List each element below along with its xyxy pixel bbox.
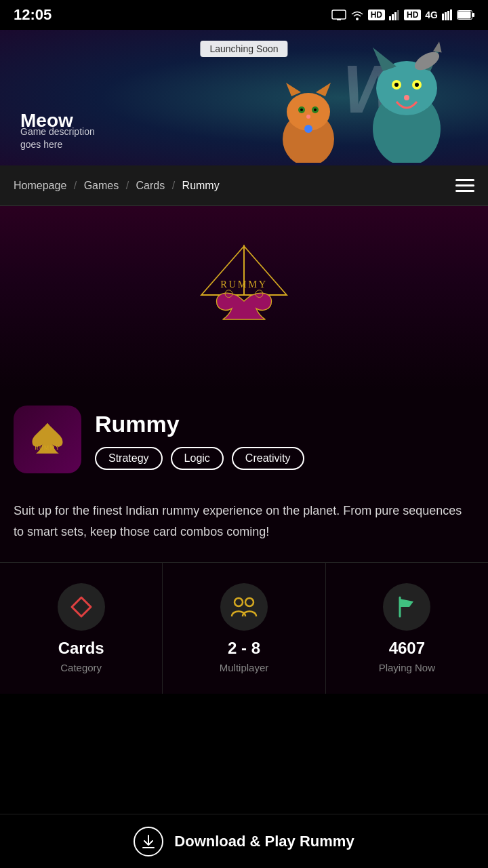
breadcrumb-current: Rummy bbox=[182, 180, 220, 191]
stat-playing-now-value: 4607 bbox=[389, 639, 425, 658]
stat-category-icon bbox=[58, 583, 105, 631]
banner-desc: Game description goes here bbox=[20, 125, 95, 152]
game-description-text: Suit up for the finest Indian rummy expe… bbox=[14, 500, 474, 542]
download-icon bbox=[134, 827, 163, 856]
game-hero: RUMMY bbox=[0, 206, 488, 389]
download-label: Download & Play Rummy bbox=[174, 833, 354, 850]
hamburger-line-3 bbox=[455, 190, 474, 192]
svg-rect-9 bbox=[447, 11, 449, 20]
screen-icon bbox=[331, 9, 346, 20]
stat-multiplayer-value: 2 - 8 bbox=[228, 639, 260, 658]
status-icons: HD HD 4G bbox=[331, 9, 474, 20]
svg-rect-10 bbox=[450, 9, 452, 20]
svg-marker-26 bbox=[373, 47, 396, 71]
svg-point-32 bbox=[404, 95, 409, 100]
flag-icon bbox=[394, 595, 419, 619]
hd-badge-2: HD bbox=[404, 9, 421, 20]
hamburger-line-1 bbox=[455, 179, 474, 181]
svg-point-2 bbox=[356, 18, 359, 20]
signal-strength-icon bbox=[442, 9, 453, 20]
svg-rect-6 bbox=[397, 10, 399, 20]
breadcrumb-cards[interactable]: Cards bbox=[136, 180, 165, 191]
hamburger-menu[interactable] bbox=[455, 179, 474, 192]
game-icon-svg: RUMMY bbox=[27, 419, 68, 460]
spacer bbox=[0, 694, 488, 748]
sep-2: / bbox=[126, 180, 132, 191]
hd-badge-1: HD bbox=[368, 9, 385, 20]
game-title-section: Rummy Strategy Logic Creativity bbox=[95, 406, 474, 470]
game-tags: Strategy Logic Creativity bbox=[95, 447, 474, 470]
svg-point-43 bbox=[245, 598, 253, 606]
sep-1: / bbox=[74, 180, 80, 191]
stat-multiplayer-label: Multiplayer bbox=[220, 662, 269, 673]
game-header: RUMMY Rummy Strategy Logic Creativity bbox=[14, 406, 474, 473]
sep-3: / bbox=[172, 180, 178, 191]
stat-multiplayer-icon bbox=[220, 583, 268, 631]
svg-text:RUMMY: RUMMY bbox=[35, 444, 60, 451]
svg-point-21 bbox=[314, 108, 317, 111]
banner: Launching Soon Meow Game description goe… bbox=[0, 30, 488, 165]
rummy-hero-logo-svg: RUMMY bbox=[183, 240, 305, 362]
stat-category-value: Cards bbox=[58, 639, 104, 658]
svg-marker-17 bbox=[316, 83, 331, 96]
svg-rect-7 bbox=[442, 14, 444, 20]
stat-multiplayer: 2 - 8 Multiplayer bbox=[163, 563, 325, 694]
svg-rect-4 bbox=[392, 14, 394, 20]
breadcrumb: Homepage / Games / Cards / Rummy bbox=[14, 180, 220, 192]
cat-blue bbox=[366, 41, 447, 165]
network-badge: 4G bbox=[425, 9, 438, 20]
svg-rect-13 bbox=[472, 13, 474, 17]
stat-category-label: Category bbox=[60, 662, 102, 673]
svg-rect-3 bbox=[389, 16, 391, 20]
status-bar: 12:05 HD HD 4G bbox=[0, 0, 488, 30]
battery-icon bbox=[457, 10, 474, 20]
stat-playing-now-icon bbox=[383, 583, 430, 631]
svg-rect-12 bbox=[458, 12, 471, 19]
svg-point-22 bbox=[306, 115, 310, 119]
hamburger-line-2 bbox=[455, 184, 474, 186]
signal-icon bbox=[389, 9, 400, 20]
svg-marker-16 bbox=[286, 83, 301, 96]
diamond-icon bbox=[69, 595, 94, 619]
svg-text:RUMMY: RUMMY bbox=[220, 279, 267, 290]
game-hero-logo: RUMMY bbox=[176, 233, 312, 369]
tag-logic[interactable]: Logic bbox=[171, 447, 224, 470]
stat-category: Cards Category bbox=[0, 563, 163, 694]
breadcrumb-games[interactable]: Games bbox=[84, 180, 119, 191]
svg-point-30 bbox=[394, 83, 399, 87]
cat-orange bbox=[278, 75, 339, 165]
game-info: RUMMY Rummy Strategy Logic Creativity bbox=[0, 389, 488, 500]
game-icon: RUMMY bbox=[14, 406, 81, 473]
download-arrow-icon bbox=[140, 833, 157, 850]
tag-strategy[interactable]: Strategy bbox=[95, 447, 163, 470]
nav-bar: Homepage / Games / Cards / Rummy bbox=[0, 165, 488, 206]
wifi-icon bbox=[350, 9, 364, 20]
tag-creativity[interactable]: Creativity bbox=[232, 447, 304, 470]
svg-point-20 bbox=[300, 108, 303, 111]
svg-rect-8 bbox=[445, 12, 447, 20]
download-bar[interactable]: Download & Play Rummy bbox=[0, 814, 488, 868]
game-title: Rummy bbox=[95, 411, 474, 437]
people-icon bbox=[230, 595, 258, 619]
status-time: 12:05 bbox=[14, 6, 52, 24]
breadcrumb-home[interactable]: Homepage bbox=[14, 180, 66, 191]
svg-point-31 bbox=[415, 83, 419, 87]
svg-marker-41 bbox=[72, 597, 91, 616]
stat-playing-now-label: Playing Now bbox=[379, 662, 435, 673]
svg-rect-5 bbox=[394, 12, 396, 20]
svg-rect-1 bbox=[337, 19, 341, 20]
game-description: Suit up for the finest Indian rummy expe… bbox=[0, 500, 488, 562]
stats-row: Cards Category 2 - 8 Multiplayer bbox=[0, 562, 488, 694]
stat-playing-now: 4607 Playing Now bbox=[326, 563, 488, 694]
svg-point-23 bbox=[304, 125, 312, 133]
banner-tag: Launching Soon bbox=[200, 41, 287, 57]
svg-point-42 bbox=[235, 598, 243, 606]
svg-rect-0 bbox=[332, 10, 346, 19]
